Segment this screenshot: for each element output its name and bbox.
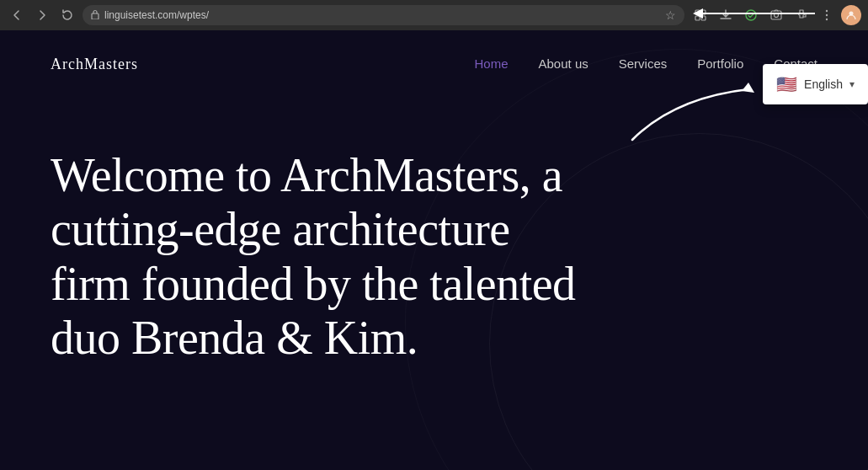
svg-point-11 xyxy=(826,14,828,16)
hero-title: Welcome to ArchMasters, a cutting-edge a… xyxy=(51,148,581,366)
chevron-down-icon: ▾ xyxy=(849,78,855,90)
nav-portfolio[interactable]: Portfolio xyxy=(697,56,743,71)
svg-rect-0 xyxy=(92,13,99,19)
extensions-button[interactable] xyxy=(690,4,711,26)
svg-rect-8 xyxy=(771,11,781,19)
download-button[interactable] xyxy=(715,4,737,26)
refresh-button[interactable] xyxy=(57,5,77,25)
hero-section: Welcome to ArchMasters, a cutting-edge a… xyxy=(0,98,631,399)
bookmark-icon[interactable]: ☆ xyxy=(665,8,676,22)
address-bar[interactable]: linguisetest.com/wptes/ ☆ xyxy=(83,5,684,25)
svg-point-7 xyxy=(746,10,756,20)
browser-actions xyxy=(690,4,861,26)
lock-icon xyxy=(91,9,99,21)
nav-home[interactable]: Home xyxy=(475,56,509,71)
screenshot-button[interactable] xyxy=(765,4,787,26)
svg-rect-6 xyxy=(701,16,706,20)
browser-chrome: linguisetest.com/wptes/ ☆ xyxy=(0,0,868,30)
grammarly-button[interactable] xyxy=(740,4,762,26)
back-button[interactable] xyxy=(7,5,27,25)
svg-rect-4 xyxy=(701,10,706,14)
main-nav: ArchMasters Home About us Services Portf… xyxy=(0,30,868,98)
nav-services[interactable]: Services xyxy=(619,56,668,71)
svg-rect-3 xyxy=(695,10,700,14)
svg-point-9 xyxy=(775,13,779,18)
svg-rect-5 xyxy=(695,16,700,20)
flag-icon: 🇺🇸 xyxy=(776,74,797,94)
language-selector[interactable]: 🇺🇸 English ▾ xyxy=(763,64,868,104)
url-text: linguisetest.com/wptes/ xyxy=(104,9,657,21)
language-label: English xyxy=(804,77,843,91)
svg-point-12 xyxy=(826,19,828,20)
website-content: ArchMasters Home About us Services Portf… xyxy=(0,30,868,470)
menu-button[interactable] xyxy=(816,4,838,26)
puzzle-button[interactable] xyxy=(791,4,812,26)
site-logo[interactable]: ArchMasters xyxy=(51,56,138,73)
svg-point-10 xyxy=(826,10,828,12)
forward-button[interactable] xyxy=(32,5,52,25)
profile-avatar[interactable] xyxy=(841,5,861,25)
nav-about[interactable]: About us xyxy=(539,56,588,71)
